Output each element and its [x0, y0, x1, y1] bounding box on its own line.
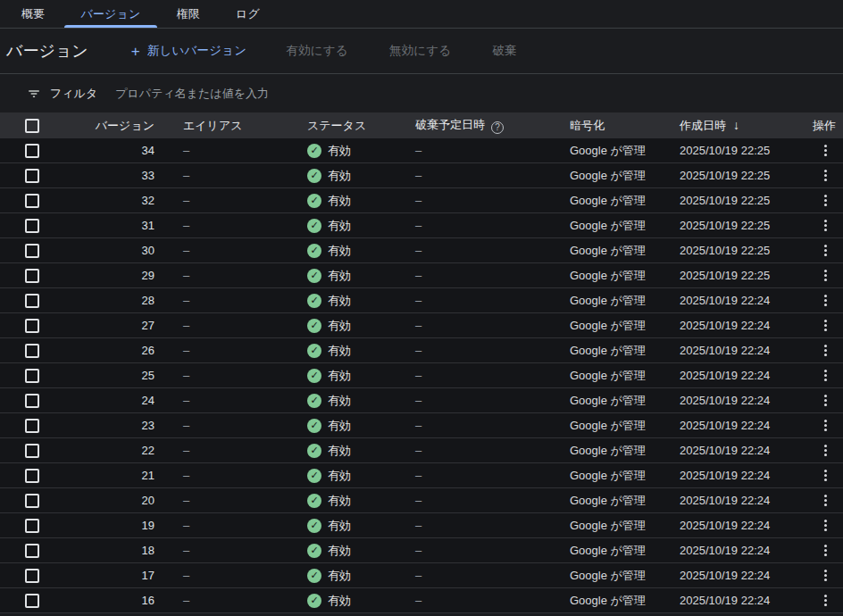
encryption-cell: Google が管理: [569, 188, 679, 213]
status-cell: ✓ 有効: [304, 538, 413, 563]
new-version-button[interactable]: + 新しいバージョン: [128, 37, 251, 64]
column-header-status[interactable]: ステータス: [304, 112, 413, 138]
help-icon[interactable]: ?: [491, 121, 504, 134]
row-actions-menu-button[interactable]: [815, 440, 837, 462]
version-cell: 34: [54, 138, 154, 163]
row-checkbox[interactable]: [25, 244, 39, 258]
row-actions-menu-button[interactable]: [815, 290, 837, 312]
row-checkbox[interactable]: [25, 219, 39, 233]
column-header-encryption[interactable]: 暗号化: [569, 112, 679, 138]
enabled-check-icon: ✓: [307, 594, 321, 608]
column-header-version[interactable]: バージョン: [54, 112, 154, 138]
enabled-check-icon: ✓: [307, 544, 321, 558]
row-checkbox[interactable]: [25, 269, 39, 283]
row-actions-menu-button[interactable]: [815, 240, 837, 262]
row-actions-menu-button[interactable]: [815, 365, 837, 387]
column-header-destroy-time[interactable]: 破棄予定日時?: [413, 112, 569, 138]
encryption-cell: Google が管理: [569, 338, 679, 363]
row-checkbox[interactable]: [25, 319, 39, 333]
vertical-ellipsis-icon: [824, 574, 827, 577]
tab-versions[interactable]: バージョン: [63, 0, 158, 28]
row-actions-menu-button[interactable]: [815, 165, 837, 187]
status-cell: ✓ 有効: [304, 588, 413, 613]
status-badge: 有効: [328, 343, 351, 359]
enabled-check-icon: ✓: [307, 369, 321, 383]
vertical-ellipsis-icon: [824, 224, 827, 227]
destroy-time-cell: –: [413, 363, 569, 388]
tab-logs[interactable]: ログ: [218, 0, 278, 28]
row-actions-menu-button[interactable]: [815, 315, 837, 337]
destroy-button[interactable]: 破棄: [488, 37, 520, 64]
enable-button[interactable]: 有効にする: [282, 37, 351, 64]
row-actions-menu-button[interactable]: [815, 565, 837, 587]
row-actions-menu-button[interactable]: [815, 540, 837, 562]
vertical-ellipsis-icon: [824, 374, 827, 377]
row-checkbox[interactable]: [25, 519, 39, 533]
version-row: 18 – ✓ 有効 – Google が管理 2025/10/19 22:24: [0, 538, 843, 563]
tab-overview[interactable]: 概要: [4, 0, 63, 28]
row-checkbox[interactable]: [25, 419, 39, 433]
column-header-created[interactable]: 作成日時↓: [679, 112, 808, 138]
created-cell: 2025/10/19 22:24: [679, 363, 808, 388]
status-badge: 有効: [328, 393, 351, 409]
status-cell: ✓ 有効: [304, 463, 413, 488]
row-checkbox[interactable]: [25, 194, 39, 208]
status-cell: ✓ 有効: [304, 138, 413, 163]
row-checkbox[interactable]: [25, 394, 39, 408]
row-checkbox[interactable]: [25, 494, 39, 508]
destroy-time-cell: –: [413, 188, 569, 213]
alias-cell: –: [154, 438, 304, 463]
encryption-cell: Google が管理: [569, 213, 679, 238]
status-cell: ✓ 有効: [304, 363, 413, 388]
row-checkbox[interactable]: [25, 544, 39, 558]
row-actions-menu-button[interactable]: [815, 465, 837, 487]
select-all-checkbox[interactable]: [25, 119, 39, 133]
created-cell: 2025/10/19 22:25: [679, 238, 808, 263]
row-checkbox[interactable]: [25, 569, 39, 583]
status-badge: 有効: [328, 593, 351, 609]
disable-button[interactable]: 無効にする: [386, 37, 455, 64]
alias-cell: –: [154, 188, 304, 213]
row-checkbox[interactable]: [25, 144, 39, 158]
destroy-time-cell: –: [413, 563, 569, 588]
vertical-ellipsis-icon: [824, 599, 827, 602]
row-actions-menu-button[interactable]: [815, 265, 837, 287]
row-actions-menu-button[interactable]: [815, 340, 837, 362]
row-actions-menu-button[interactable]: [815, 490, 837, 512]
encryption-cell: Google が管理: [569, 363, 679, 388]
status-badge: 有効: [328, 543, 351, 559]
row-checkbox[interactable]: [25, 169, 39, 183]
row-actions-menu-button[interactable]: [815, 515, 837, 537]
tab-permissions[interactable]: 権限: [159, 0, 218, 28]
tab-bar: 概要 バージョン 権限 ログ: [0, 0, 843, 29]
status-badge: 有効: [328, 368, 351, 384]
status-badge: 有効: [328, 518, 351, 534]
encryption-cell: Google が管理: [569, 163, 679, 188]
row-actions-menu-button[interactable]: [815, 390, 837, 412]
vertical-ellipsis-icon: [824, 149, 827, 152]
created-cell: 2025/10/19 22:25: [679, 213, 808, 238]
column-header-alias[interactable]: エイリアス: [154, 112, 304, 138]
row-checkbox[interactable]: [25, 444, 39, 458]
row-actions-menu-button[interactable]: [815, 190, 837, 212]
row-checkbox[interactable]: [25, 294, 39, 308]
row-actions-menu-button[interactable]: [815, 590, 837, 612]
version-row: 24 – ✓ 有効 – Google が管理 2025/10/19 22:24: [0, 388, 843, 413]
row-checkbox[interactable]: [25, 344, 39, 358]
destroy-time-cell: –: [413, 263, 569, 288]
versions-table: バージョン エイリアス ステータス 破棄予定日時? 暗号化 作成日時↓ 操作 3…: [0, 112, 843, 613]
destroy-time-cell: –: [413, 338, 569, 363]
row-checkbox[interactable]: [25, 369, 39, 383]
vertical-ellipsis-icon: [824, 299, 827, 302]
row-checkbox[interactable]: [25, 469, 39, 483]
row-actions-menu-button[interactable]: [815, 140, 837, 162]
version-row: 34 – ✓ 有効 – Google が管理 2025/10/19 22:25: [0, 138, 843, 163]
alias-cell: –: [154, 238, 304, 263]
row-actions-menu-button[interactable]: [815, 215, 837, 237]
filter-label[interactable]: フィルタ: [50, 86, 97, 102]
filter-input[interactable]: [113, 86, 488, 101]
row-actions-menu-button[interactable]: [815, 415, 837, 437]
version-cell: 28: [54, 288, 154, 313]
encryption-cell: Google が管理: [569, 463, 679, 488]
row-checkbox[interactable]: [25, 594, 39, 608]
